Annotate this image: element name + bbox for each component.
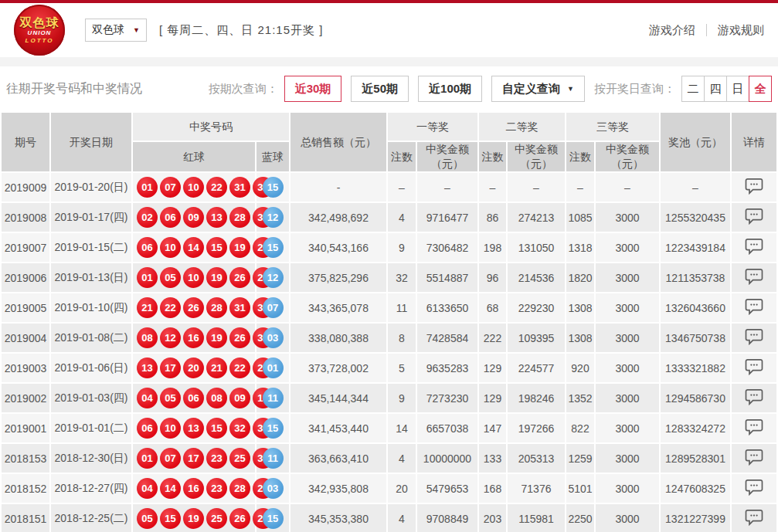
third-prize-amount-cell: 3000 [596, 384, 659, 412]
speech-bubble-icon [745, 268, 763, 285]
results-tbody: 2019009 2019-01-20(日) 010710223132 15 - … [2, 173, 776, 532]
detail-comment-button[interactable] [745, 298, 763, 315]
detail-comment-button[interactable] [745, 208, 763, 225]
red-ball: 28 [229, 478, 250, 499]
custom-query-label: 自定义查询 [502, 82, 560, 97]
col-second-amount: 中奖金额（元） [508, 142, 565, 171]
issue-cell: 2019007 [2, 233, 49, 262]
table-row: 2019003 2019-01-06(日) 131720212227 01 37… [2, 354, 776, 382]
third-prize-count-cell: 1308 [566, 293, 594, 322]
sales-cell: 363,663,410 [290, 444, 386, 473]
red-ball: 15 [160, 508, 181, 529]
red-ball: 10 [183, 177, 204, 198]
first-prize-amount-cell: 9708849 [417, 504, 477, 532]
first-prize-count-cell: 4 [388, 504, 416, 532]
red-ball: 13 [183, 418, 204, 439]
red-ball: 19 [183, 508, 204, 529]
sales-cell: 343,365,078 [290, 293, 386, 322]
detail-comment-button[interactable] [745, 178, 763, 195]
red-ball: 22 [160, 297, 181, 318]
date-cell: 2019-01-06(日) [51, 354, 131, 382]
second-prize-amount-cell: – [508, 173, 565, 202]
red-ball: 19 [206, 267, 227, 288]
red-ball: 12 [160, 327, 181, 348]
col-first-amount: 中奖金额（元） [417, 142, 477, 171]
date-cell: 2019-01-17(四) [51, 203, 131, 232]
detail-comment-button[interactable] [745, 388, 763, 405]
second-prize-count-cell: 68 [479, 293, 506, 322]
sales-cell: 342,498,692 [290, 203, 386, 232]
game-rules-link[interactable]: 游戏规则 [718, 23, 764, 38]
red-ball: 09 [229, 388, 250, 408]
red-ball: 22 [206, 177, 227, 198]
first-prize-count-cell: 9 [388, 384, 416, 412]
third-prize-count-cell: 1820 [566, 263, 594, 292]
second-prize-count-cell: 147 [479, 414, 506, 442]
red-ball: 01 [137, 267, 158, 288]
red-ball: 23 [206, 448, 227, 469]
second-prize-amount-cell: 131050 [508, 233, 565, 262]
issue-cell: 2019008 [2, 203, 49, 232]
detail-comment-button[interactable] [745, 268, 763, 285]
period-100-button[interactable]: 近100期 [418, 76, 482, 102]
period-50-button[interactable]: 近50期 [351, 76, 409, 102]
game-intro-link[interactable]: 游戏介绍 [649, 23, 695, 38]
red-balls: 010710223132 [133, 173, 255, 202]
detail-comment-button[interactable] [745, 238, 763, 255]
first-prize-count-cell: 20 [388, 474, 416, 503]
date-cell: 2018-12-27(四) [51, 474, 131, 503]
detail-comment-button[interactable] [745, 418, 763, 435]
col-sales: 总销售额（元） [290, 113, 386, 171]
second-prize-amount-cell: 71376 [508, 474, 565, 503]
period-30-button[interactable]: 近30期 [284, 76, 342, 102]
table-row: 2019005 2019-01-10(四) 212226283132 07 34… [2, 293, 776, 322]
col-group-numbers: 中奖号码 [133, 113, 289, 141]
red-ball: 16 [183, 478, 204, 499]
section-title: 往期开奖号码和中奖情况 [6, 81, 142, 97]
detail-comment-button[interactable] [745, 328, 763, 345]
custom-query-button[interactable]: 自定义查询 ▼ [491, 76, 585, 102]
first-prize-amount-cell: 6657038 [417, 414, 477, 442]
day-all-button[interactable]: 全 [749, 76, 772, 102]
second-prize-count-cell: 133 [479, 444, 506, 473]
chevron-down-icon: ▼ [567, 85, 574, 93]
pool-cell: 1346750738 [661, 324, 730, 352]
detail-comment-button[interactable] [745, 509, 763, 526]
third-prize-count-cell: 1308 [566, 324, 594, 352]
first-prize-count-cell: – [388, 173, 416, 202]
red-ball: 25 [229, 448, 250, 469]
day-sunday-button[interactable]: 日 [726, 76, 749, 102]
second-prize-count-cell: 96 [479, 263, 506, 292]
day-thursday-button[interactable]: 四 [704, 76, 727, 102]
table-row: 2018153 2018-12-30(日) 010717232531 11 36… [2, 444, 776, 473]
detail-comment-button[interactable] [745, 479, 763, 496]
sales-cell: 338,080,388 [290, 324, 386, 352]
detail-cell [732, 203, 776, 232]
site-logo[interactable]: 双色球 UNION LOTTO [14, 5, 65, 56]
first-prize-count-cell: 14 [388, 414, 416, 442]
pool-cell: 1223439184 [661, 233, 730, 262]
red-balls: 131720212227 [133, 354, 255, 382]
second-prize-amount-cell: 198246 [508, 384, 565, 412]
third-prize-amount-cell: 3000 [596, 474, 659, 503]
third-prize-amount-cell: 3000 [596, 354, 659, 382]
detail-cell [732, 263, 776, 292]
pool-cell: 1321227399 [661, 504, 730, 532]
pool-cell: 1283324272 [661, 414, 730, 442]
speech-bubble-icon [745, 238, 763, 255]
first-prize-count-cell: 32 [388, 263, 416, 292]
detail-comment-button[interactable] [745, 449, 763, 466]
detail-comment-button[interactable] [745, 358, 763, 375]
col-third-amount: 中奖金额（元） [596, 142, 659, 171]
third-prize-count-cell: 5101 [566, 474, 594, 503]
date-cell: 2019-01-08(二) [51, 324, 131, 352]
red-ball: 19 [229, 237, 250, 258]
red-ball: 15 [206, 237, 227, 258]
table-row: 2018151 2018-12-25(二) 051519252629 15 34… [2, 504, 776, 532]
game-select[interactable]: 双色球 ▼ [85, 19, 147, 42]
red-ball: 08 [206, 388, 227, 408]
col-third-count: 注数 [566, 142, 594, 171]
red-ball: 26 [229, 508, 250, 529]
date-cell: 2019-01-01(二) [51, 414, 131, 442]
day-tuesday-button[interactable]: 二 [681, 76, 705, 102]
